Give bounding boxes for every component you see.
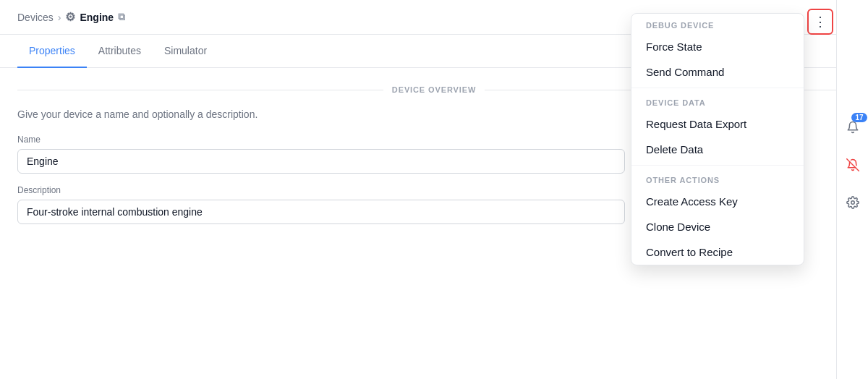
menu-item-delete-data[interactable]: Delete Data	[631, 137, 804, 162]
name-input[interactable]	[17, 149, 625, 174]
menu-item-send-command[interactable]: Send Command	[631, 59, 804, 85]
svg-line-0	[846, 159, 859, 171]
menu-item-convert-to-recipe[interactable]: Convert to Recipe	[631, 239, 804, 265]
data-section-header: DEVICE DATA	[631, 91, 804, 111]
menu-divider-2	[631, 165, 804, 166]
menu-item-create-access-key[interactable]: Create Access Key	[631, 189, 804, 214]
description-input[interactable]	[17, 200, 625, 224]
mute-icon[interactable]	[841, 153, 864, 176]
svg-point-1	[851, 201, 854, 205]
menu-divider-1	[631, 88, 804, 88]
menu-item-request-data-export[interactable]: Request Data Export	[631, 111, 804, 137]
tab-properties[interactable]: Properties	[17, 35, 87, 68]
breadcrumb: Devices › ⚙ Engine ⧉	[17, 10, 125, 24]
three-dot-button[interactable]: ⋮	[807, 9, 833, 35]
tab-attributes[interactable]: Attributes	[87, 35, 153, 68]
breadcrumb-current: ⚙ Engine ⧉	[65, 10, 125, 24]
breadcrumb-parent[interactable]: Devices	[17, 12, 54, 23]
gear-icon[interactable]	[841, 191, 864, 214]
device-name: Engine	[80, 12, 114, 23]
menu-item-clone-device[interactable]: Clone Device	[631, 214, 804, 239]
other-section-header: OTHER ACTIONS	[631, 169, 804, 189]
breadcrumb-separator: ›	[58, 12, 61, 23]
debug-section-header: DEBUG DEVICE	[631, 14, 804, 34]
right-sidebar: 17	[836, 0, 868, 379]
copy-icon[interactable]: ⧉	[118, 11, 125, 23]
menu-item-force-state[interactable]: Force State	[631, 34, 804, 59]
dropdown-menu: DEBUG DEVICE Force State Send Command DE…	[631, 13, 804, 265]
section-title: DEVICE OVERVIEW	[392, 85, 476, 94]
device-icon: ⚙	[65, 10, 75, 24]
notifications-badge: 17	[851, 113, 867, 122]
tab-simulator[interactable]: Simulator	[153, 35, 218, 68]
notifications-icon[interactable]: 17	[841, 116, 864, 139]
